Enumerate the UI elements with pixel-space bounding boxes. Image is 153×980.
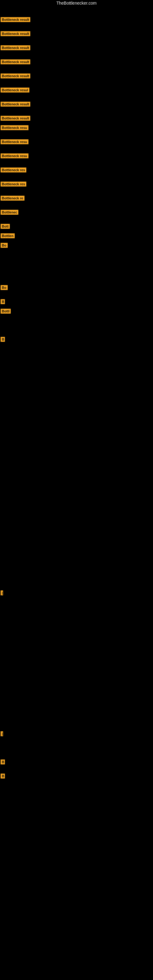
bottleneck-result-label-53: | <box>1 731 3 736</box>
bottleneck-result-label-12: Bottleneck res <box>1 167 26 172</box>
bottleneck-result-label-14: Bottleneck re <box>1 196 24 200</box>
bottleneck-result-label-1: Bottleneck result <box>1 17 30 22</box>
bottleneck-result-label-2: Bottleneck result <box>1 31 30 36</box>
bottleneck-result-label-7: Bottleneck result <box>1 102 30 107</box>
bottleneck-result-label-55: B <box>1 759 5 764</box>
bottleneck-result-label-6: Bottleneck resul <box>1 88 29 92</box>
bottleneck-result-label-9: Bottleneck resu <box>1 125 29 130</box>
site-title: TheBottlenecker.com <box>0 0 153 6</box>
bottleneck-result-label-13: Bottleneck res <box>1 181 26 186</box>
bottleneck-result-label-8: Bottleneck result <box>1 116 30 121</box>
bottleneck-result-label-22: B <box>1 299 5 304</box>
bottleneck-result-label-21: Bo <box>1 285 8 290</box>
bottleneck-result-label-16: Bott <box>1 224 10 229</box>
bottleneck-result-label-43: | <box>1 590 3 595</box>
bottleneck-result-label-25: B <box>1 337 5 342</box>
bottleneck-result-label-5: Bottleneck result <box>1 73 30 78</box>
bottleneck-result-label-10: Bottleneck resu <box>1 139 29 144</box>
bottleneck-result-label-3: Bottleneck result <box>1 45 30 50</box>
bottleneck-result-label-11: Bottleneck resu <box>1 153 29 158</box>
bottleneck-result-label-15: Bottlenec <box>1 210 18 215</box>
bottleneck-result-label-18: Bo <box>1 243 8 248</box>
bottleneck-result-label-4: Bottleneck result <box>1 59 30 64</box>
bottleneck-result-label-17: Bottlen <box>1 233 15 238</box>
bottleneck-result-label-23: Bottl <box>1 309 11 313</box>
bottleneck-result-label-56: B <box>1 773 5 778</box>
